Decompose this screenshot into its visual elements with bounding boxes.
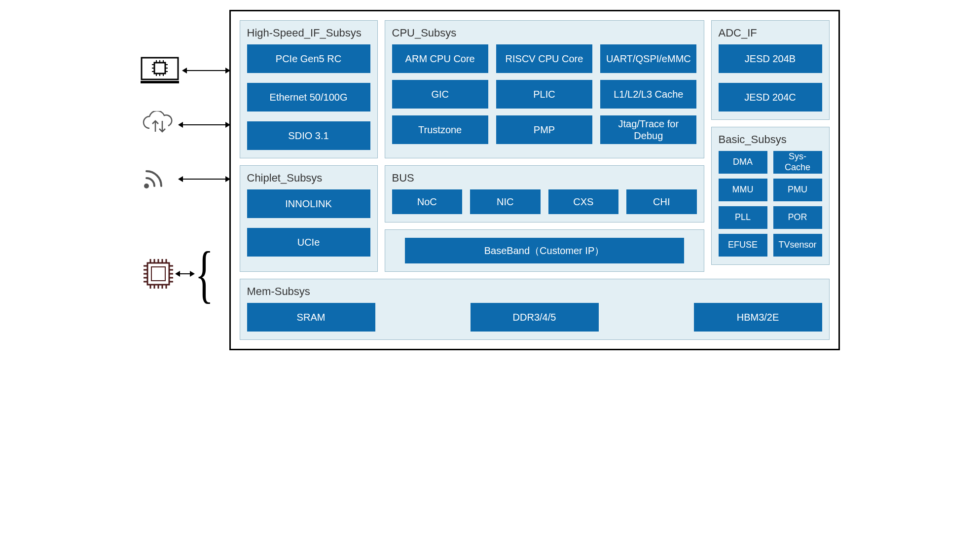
external-interfaces-column: { bbox=[141, 10, 229, 308]
computer-interface-row bbox=[141, 57, 229, 84]
cloud-interface-row bbox=[141, 111, 229, 138]
block-chi: CHI bbox=[626, 189, 697, 214]
mem-subsys: Mem-Subsys SRAM DDR3/4/5 HBM3/2E bbox=[240, 279, 830, 340]
block-pcie: PCIe Gen5 RC bbox=[247, 44, 370, 73]
block-efuse: EFUSE bbox=[719, 234, 767, 257]
block-jesd204c: JESD 204C bbox=[719, 83, 822, 111]
block-riscv-core: RISCV CPU Core bbox=[496, 44, 592, 73]
block-nic: NIC bbox=[470, 189, 541, 214]
block-pmu: PMU bbox=[773, 179, 822, 201]
subsys-title: BUS bbox=[392, 172, 697, 185]
svg-point-17 bbox=[144, 184, 149, 188]
bidirectional-arrow bbox=[183, 70, 229, 71]
high-speed-if-subsys: High-Speed_IF_Subsys PCIe Gen5 RC Ethern… bbox=[240, 20, 378, 158]
subsys-title: Chiplet_Subsys bbox=[247, 172, 370, 185]
curly-brace-icon: { bbox=[195, 248, 213, 299]
block-syscache: Sys-Cache bbox=[773, 151, 822, 174]
soc-block-diagram: { High-Speed_IF_Subsys PCIe Gen5 RC Ethe… bbox=[141, 10, 840, 350]
block-plic: PLIC bbox=[496, 80, 592, 109]
block-innolink: INNOLINK bbox=[247, 189, 370, 218]
block-mmu: MMU bbox=[719, 179, 767, 201]
cloud-upload-icon bbox=[141, 111, 175, 138]
chiplet-interface-row: { bbox=[141, 239, 229, 308]
bidirectional-arrow bbox=[179, 124, 229, 125]
subsys-title: CPU_Subsys bbox=[392, 27, 697, 39]
svg-rect-1 bbox=[141, 81, 179, 83]
subsys-title: High-Speed_IF_Subsys bbox=[247, 27, 370, 39]
adc-if-subsys: ADC_IF JESD 204B JESD 204C bbox=[711, 20, 830, 120]
chip-icon bbox=[141, 256, 176, 292]
computer-chip-icon bbox=[141, 57, 179, 84]
block-gic: GIC bbox=[392, 80, 488, 109]
cpu-subsys: CPU_Subsys ARM CPU Core RISCV CPU Core U… bbox=[385, 20, 704, 158]
block-hbm: HBM3/2E bbox=[694, 303, 822, 332]
block-tvsensor: TVsensor bbox=[773, 234, 822, 257]
wifi-rss-icon bbox=[141, 165, 175, 192]
svg-rect-18 bbox=[147, 263, 169, 285]
bidirectional-arrow bbox=[176, 273, 194, 274]
block-sram: SRAM bbox=[247, 303, 375, 332]
block-ddr: DDR3/4/5 bbox=[471, 303, 599, 332]
block-jesd204b: JESD 204B bbox=[719, 44, 822, 73]
bidirectional-arrow bbox=[179, 179, 229, 180]
baseband-panel: BaseBand（Customer IP） bbox=[385, 229, 704, 272]
subsys-title: ADC_IF bbox=[719, 27, 822, 39]
block-cache: L1/L2/L3 Cache bbox=[600, 80, 696, 109]
block-por: POR bbox=[773, 206, 822, 229]
block-noc: NoC bbox=[392, 189, 463, 214]
bus-subsys: BUS NoC NIC CXS CHI bbox=[385, 165, 704, 222]
block-ethernet: Ethernet 50/100G bbox=[247, 83, 370, 111]
bus-and-baseband-column: BUS NoC NIC CXS CHI BaseBand（Customer IP… bbox=[385, 165, 704, 272]
block-trustzone: Trustzone bbox=[392, 115, 488, 144]
svg-rect-19 bbox=[151, 267, 165, 281]
right-column: ADC_IF JESD 204B JESD 204C Basic_Subsys … bbox=[711, 20, 830, 272]
block-baseband: BaseBand（Customer IP） bbox=[405, 238, 684, 263]
block-uart-qspi-emmc: UART/QSPI/eMMC bbox=[600, 44, 696, 73]
block-pmp: PMP bbox=[496, 115, 592, 144]
svg-rect-2 bbox=[154, 63, 165, 74]
block-arm-core: ARM CPU Core bbox=[392, 44, 488, 73]
block-cxs: CXS bbox=[548, 189, 619, 214]
block-jtag-trace: Jtag/Trace for Debug bbox=[600, 115, 696, 144]
block-pll: PLL bbox=[719, 206, 767, 229]
soc-main-frame: High-Speed_IF_Subsys PCIe Gen5 RC Ethern… bbox=[229, 10, 840, 350]
subsys-title: Basic_Subsys bbox=[719, 133, 822, 146]
wireless-interface-row bbox=[141, 165, 229, 192]
subsys-title: Mem-Subsys bbox=[247, 285, 822, 298]
basic-subsys: Basic_Subsys DMA Sys-Cache MMU PMU PLL P… bbox=[711, 127, 830, 265]
block-ucie: UCIe bbox=[247, 228, 370, 257]
block-dma: DMA bbox=[719, 151, 767, 174]
block-sdio: SDIO 3.1 bbox=[247, 121, 370, 150]
chiplet-subsys: Chiplet_Subsys INNOLINK UCIe bbox=[240, 165, 378, 272]
